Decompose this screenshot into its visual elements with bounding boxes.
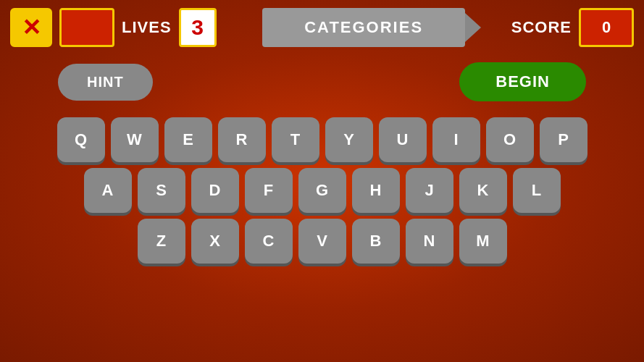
key-e[interactable]: E [164,117,212,162]
keyboard: QWERTYUIOPASDFGHJKLZXCVBNM [57,117,587,264]
categories-label: CATEGORIES [304,18,423,37]
header: ✕ LIVES 3 CATEGORIES SCORE 0 [0,0,644,55]
key-p[interactable]: P [540,117,587,162]
key-d[interactable]: D [191,168,239,213]
key-z[interactable]: Z [138,219,185,264]
begin-button[interactable]: BEGIN [459,62,586,101]
lives-count: 3 [179,8,217,47]
key-x[interactable]: X [191,219,239,264]
hint-button[interactable]: HINT [58,64,153,101]
categories-container: CATEGORIES [224,8,504,47]
close-button[interactable]: ✕ [10,8,52,47]
key-k[interactable]: K [459,168,507,213]
key-s[interactable]: S [138,168,185,213]
key-n[interactable]: N [406,219,453,264]
key-y[interactable]: Y [325,117,373,162]
key-a[interactable]: A [84,168,132,213]
score-label: SCORE [511,18,572,37]
key-g[interactable]: G [298,168,346,213]
key-v[interactable]: V [298,219,346,264]
key-l[interactable]: L [513,168,561,213]
key-r[interactable]: R [218,117,266,162]
close-icon: ✕ [22,16,41,39]
key-b[interactable]: B [352,219,400,264]
action-row: HINT BEGIN [14,62,630,101]
key-o[interactable]: O [486,117,534,162]
key-row-2: ZXCVBNM [138,219,507,264]
key-w[interactable]: W [111,117,159,162]
key-h[interactable]: H [352,168,400,213]
score-value: 0 [579,8,634,47]
key-t[interactable]: T [272,117,319,162]
key-j[interactable]: J [406,168,453,213]
key-m[interactable]: M [459,219,507,264]
main-area: HINT BEGIN QWERTYUIOPASDFGHJKLZXCVBNM [0,55,644,362]
key-f[interactable]: F [245,168,293,213]
key-q[interactable]: Q [57,117,105,162]
categories-arrow-icon [465,13,481,42]
key-c[interactable]: C [245,219,293,264]
thumbnail-box [59,8,114,47]
key-row-1: ASDFGHJKL [84,168,561,213]
categories-button[interactable]: CATEGORIES [262,8,465,47]
key-row-0: QWERTYUIOP [57,117,587,162]
key-u[interactable]: U [379,117,427,162]
key-i[interactable]: I [432,117,480,162]
lives-label: LIVES [122,18,172,37]
